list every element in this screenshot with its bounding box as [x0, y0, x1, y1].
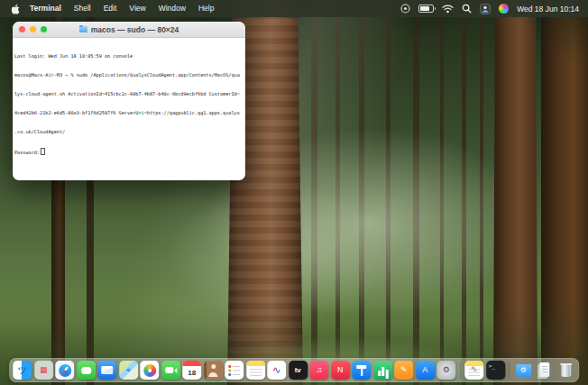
terminal-window[interactable]: macos — sudo — 80×24 Last login: Wed Jun…	[13, 22, 245, 180]
dock-divider	[509, 362, 510, 379]
dock-item-textedit[interactable]: ✎	[464, 361, 483, 380]
dock-item-settings[interactable]: ⚙	[436, 361, 455, 380]
dock-item-numbers[interactable]	[373, 361, 392, 380]
dock-item-maps[interactable]: ⌖	[119, 361, 138, 380]
dock-item-facetime[interactable]	[161, 361, 180, 380]
launchpad-icon: ▦	[40, 366, 48, 374]
dock-item-tv[interactable]: tv	[289, 361, 308, 380]
zoom-button[interactable]	[41, 26, 47, 32]
folder-proxy-icon	[79, 26, 87, 32]
terminal-cursor	[41, 148, 45, 155]
terminal-line: 4ced42b6-21b2-e6d5-80a3-bf1f6d2597f6 Ser…	[14, 110, 243, 116]
menu-window[interactable]: Window	[152, 0, 192, 17]
dock-item-contacts[interactable]	[204, 361, 223, 380]
finder-icon: ツ	[18, 366, 27, 375]
applications-folder-icon: ⚙	[520, 367, 527, 374]
dock: ツ▦⌖18∿tv♫N✎A⚙✎>_⚙	[9, 358, 579, 382]
menu-app-name[interactable]: Terminal	[23, 0, 68, 17]
battery-icon[interactable]	[418, 0, 434, 17]
wifi-icon[interactable]	[442, 0, 454, 17]
desktop: Terminal Shell Edit View Window Help	[0, 0, 588, 385]
dock-item-finder[interactable]: ツ	[13, 361, 32, 380]
dock-item-launchpad[interactable]: ▦	[34, 361, 53, 380]
dock-item-music[interactable]: ♫	[309, 361, 328, 380]
settings-icon: ⚙	[443, 366, 450, 374]
user-glyph-icon	[480, 4, 491, 14]
terminal-line: macos@Macs-Air-M3 ~ % sudo /Applications…	[14, 72, 243, 78]
dock-item-calendar[interactable]: 18	[182, 361, 201, 380]
menu-bar: Terminal Shell Edit View Window Help	[0, 0, 588, 17]
dock-item-freeform[interactable]: ∿	[267, 361, 286, 380]
magnifier-glyph-icon	[462, 4, 472, 14]
menu-extra-glyph-icon	[400, 4, 410, 14]
minimize-button[interactable]	[30, 26, 36, 32]
tv-icon: tv	[295, 367, 301, 374]
dock-item-pages[interactable]: ✎	[394, 361, 413, 380]
music-icon: ♫	[316, 366, 322, 374]
spotlight-icon[interactable]	[462, 0, 472, 17]
maps-icon: ⌖	[126, 366, 131, 374]
dock-item-terminal[interactable]: >_	[486, 361, 505, 380]
dock-item-appstore[interactable]: A	[416, 361, 435, 380]
dock-divider	[460, 362, 461, 379]
dock-item-photos[interactable]	[140, 361, 159, 380]
dock-item-downloads[interactable]	[535, 361, 554, 380]
siri-icon[interactable]	[499, 0, 509, 17]
window-title-text: macos — sudo — 80×24	[91, 25, 179, 34]
news-icon: N	[337, 366, 344, 374]
menu-view[interactable]: View	[123, 0, 152, 17]
appstore-icon: A	[422, 366, 427, 374]
menu-edit[interactable]: Edit	[97, 0, 124, 17]
calendar-band	[182, 361, 201, 366]
terminal-icon: >_	[486, 361, 495, 369]
terminal-line: Last login: Wed Jun 18 10:05:59 on conso…	[14, 53, 243, 60]
dock-item-safari[interactable]	[55, 361, 74, 380]
menu-shell[interactable]: Shell	[68, 0, 97, 17]
wifi-glyph-icon	[442, 5, 454, 14]
dock-item-news[interactable]: N	[331, 361, 350, 380]
calendar-day: 18	[188, 369, 196, 377]
textedit-icon: ✎	[471, 366, 478, 374]
apple-logo-icon	[12, 4, 21, 14]
password-prompt: Password:	[14, 150, 40, 155]
dock-item-reminders[interactable]	[225, 361, 243, 380]
dock-item-messages[interactable]	[77, 361, 96, 380]
terminal-prompt-line: Password:	[14, 148, 243, 156]
dock-item-keynote[interactable]	[352, 361, 371, 380]
dock-item-notes[interactable]	[246, 361, 265, 380]
pages-icon: ✎	[400, 366, 408, 374]
terminal-line: .co.uk/CloudAgent/	[14, 129, 243, 135]
terminal-titlebar[interactable]: macos — sudo — 80×24	[13, 22, 245, 38]
terminal-content[interactable]: Last login: Wed Jun 18 10:05:59 on conso…	[13, 38, 245, 180]
dock-item-applications-folder[interactable]: ⚙	[514, 361, 533, 380]
terminal-line: lys-cloud-agent.sh ActivationId=415cbc2c…	[14, 91, 243, 97]
window-title: macos — sudo — 80×24	[79, 25, 179, 34]
menu-extra-icon[interactable]	[400, 0, 410, 17]
apple-menu[interactable]	[9, 0, 23, 17]
close-button[interactable]	[19, 26, 25, 32]
dock-item-trash[interactable]	[556, 361, 575, 380]
menu-help[interactable]: Help	[192, 0, 220, 17]
dock-item-mail[interactable]	[97, 361, 116, 380]
freeform-icon: ∿	[272, 365, 280, 375]
user-switch-icon[interactable]	[480, 0, 491, 17]
menu-bar-clock[interactable]: Wed 18 Jun 10:14	[517, 5, 579, 14]
